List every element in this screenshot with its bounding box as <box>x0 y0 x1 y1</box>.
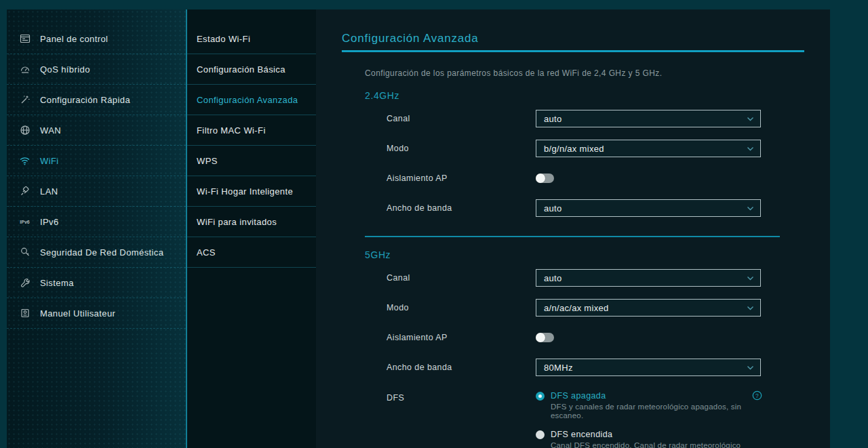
nav-item-label: WiFi <box>40 156 59 166</box>
bandwidth-label: Ancho de banda <box>387 203 536 213</box>
form-row-bandwidth-5: Ancho de banda 80MHz <box>387 352 830 382</box>
bandwidth-select-24[interactable]: auto <box>536 199 761 217</box>
select-value: b/g/n/ax mixed <box>544 144 604 154</box>
band-heading-24ghz: 2.4GHz <box>365 90 830 101</box>
form-row-channel-5: Canal auto <box>387 263 830 293</box>
band-5ghz-form: Canal auto Modo a/n/ac/ax mixed Aislamie… <box>387 263 830 448</box>
subnav-item-wifi-hogar-inteligente[interactable]: Wi-Fi Hogar Inteligente <box>187 176 316 207</box>
radio-unselected-icon[interactable] <box>536 430 545 439</box>
mode-label: Modo <box>387 144 536 153</box>
subnav-item-estado-wifi[interactable]: Estado Wi-Fi <box>187 24 316 54</box>
security-key-icon <box>19 247 31 258</box>
mode-select-5[interactable]: a/n/ac/ax mixed <box>536 299 761 317</box>
nav-item-label: QoS híbrido <box>40 64 90 75</box>
help-circle-icon[interactable]: ? <box>752 390 762 401</box>
wifi-subnav-sidebar: Estado Wi-Fi Configuración Básica Config… <box>187 9 316 448</box>
bandwidth-select-5[interactable]: 80MHz <box>536 359 761 376</box>
nav-item-wifi[interactable]: WiFi <box>7 146 186 176</box>
dfs-on-label[interactable]: DFS encendida <box>551 430 765 439</box>
qos-gauge-icon <box>19 64 31 75</box>
channel-label: Canal <box>387 273 536 283</box>
svg-text:?: ? <box>755 392 759 399</box>
subnav-item-label: WPS <box>197 156 218 166</box>
subnav-item-label: ACS <box>197 247 216 258</box>
dfs-option-on: DFS encendida Canal DFS encendido. Canal… <box>536 430 761 448</box>
subnav-item-filtro-mac-wifi[interactable]: Filtro MAC Wi-Fi <box>187 115 316 146</box>
subnav-item-acs[interactable]: ACS <box>187 237 316 268</box>
dfs-off-label[interactable]: DFS apagada <box>551 391 765 401</box>
form-row-channel-24: Canal auto <box>387 104 830 134</box>
form-row-ap-isolation-24: Aislamiento AP <box>387 163 830 193</box>
chevron-down-icon <box>747 117 754 121</box>
ipv6-icon: IPv6 <box>19 216 31 228</box>
lan-plug-icon <box>19 186 31 197</box>
chevron-down-icon <box>747 365 754 370</box>
subnav-item-label: Configuración Básica <box>197 64 285 75</box>
nav-item-label: Panel de control <box>40 34 108 44</box>
toggle-knob <box>536 174 545 183</box>
subnav-item-label: Wi-Fi Hogar Inteligente <box>197 186 293 197</box>
form-row-dfs: DFS DFS apagada DFS y canales de radar m… <box>387 382 830 448</box>
select-value: 80MHz <box>544 363 573 373</box>
select-value: auto <box>544 114 562 124</box>
title-underline <box>342 50 804 52</box>
nav-item-seguridad-red-domestica[interactable]: Seguridad De Red Doméstica <box>7 237 186 268</box>
nav-item-qos-hibrido[interactable]: QoS híbrido <box>7 54 186 85</box>
subnav-item-configuracion-basica[interactable]: Configuración Básica <box>187 54 316 85</box>
dfs-label: DFS <box>387 382 536 403</box>
subnav-item-label: Configuración Avanzada <box>197 95 298 105</box>
mode-label: Modo <box>387 303 536 312</box>
top-bar <box>0 0 868 9</box>
nav-item-label: Seguridad De Red Doméstica <box>40 247 163 258</box>
subnav-item-wifi-para-invitados[interactable]: WiFi para invitados <box>187 207 316 237</box>
dfs-radio-group: DFS apagada DFS y canales de radar meteo… <box>536 382 761 448</box>
chevron-down-icon <box>747 146 754 151</box>
ap-isolation-toggle-24[interactable] <box>536 174 554 183</box>
nav-item-lan[interactable]: LAN <box>7 176 186 207</box>
channel-select-24[interactable]: auto <box>536 110 761 127</box>
subnav-item-label: WiFi para invitados <box>197 217 277 227</box>
band-24ghz-form: Canal auto Modo b/g/n/ax mixed Aislamien… <box>387 104 830 223</box>
router-admin-page: Panel de control QoS híbrido Configuraci… <box>0 0 868 448</box>
band-heading-5ghz: 5GHz <box>365 249 830 260</box>
subnav-item-wps[interactable]: WPS <box>187 146 316 176</box>
nav-item-panel-de-control[interactable]: Panel de control <box>7 24 186 54</box>
nav-item-ipv6[interactable]: IPv6 IPv6 <box>7 207 186 237</box>
subnav-item-configuracion-avanzada[interactable]: Configuración Avanzada <box>187 85 316 115</box>
form-row-ap-isolation-5: Aislamiento AP <box>387 323 830 352</box>
nav-item-label: Sistema <box>40 278 74 288</box>
manual-book-icon <box>19 308 31 319</box>
radio-selected-icon[interactable] <box>536 392 545 401</box>
chevron-down-icon <box>747 306 754 310</box>
dashboard-icon <box>19 33 31 45</box>
form-row-mode-5: Modo a/n/ac/ax mixed <box>387 293 830 323</box>
page-description: Configuración de los parámetros básicos … <box>365 68 830 78</box>
nav-item-manuel-utilisateur[interactable]: Manuel Utilisateur <box>7 298 186 329</box>
ap-isolation-label: Aislamiento AP <box>387 174 536 183</box>
nav-item-label: Configuración Rápida <box>40 95 130 105</box>
nav-item-label: WAN <box>40 125 61 136</box>
bandwidth-label: Ancho de banda <box>387 363 536 372</box>
channel-select-5[interactable]: auto <box>536 269 761 287</box>
dfs-option-off: DFS apagada DFS y canales de radar meteo… <box>536 391 761 420</box>
chevron-down-icon <box>747 276 754 281</box>
mode-select-24[interactable]: b/g/n/ax mixed <box>536 140 761 157</box>
magic-wand-icon <box>19 94 31 106</box>
nav-item-configuracion-rapida[interactable]: Configuración Rápida <box>7 85 186 115</box>
nav-item-wan[interactable]: WAN <box>7 115 186 146</box>
subnav-item-label: Estado Wi-Fi <box>197 34 250 44</box>
chevron-down-icon <box>747 206 754 211</box>
form-row-mode-24: Modo b/g/n/ax mixed <box>387 134 830 163</box>
select-value: auto <box>544 203 562 213</box>
nav-item-label: LAN <box>40 186 58 197</box>
channel-label: Canal <box>387 114 536 123</box>
nav-item-sistema[interactable]: Sistema <box>7 268 186 298</box>
toggle-knob <box>536 333 545 342</box>
subnav-item-label: Filtro MAC Wi-Fi <box>197 125 266 136</box>
main-nav-sidebar: Panel de control QoS híbrido Configuraci… <box>7 9 186 448</box>
ap-isolation-toggle-5[interactable] <box>536 333 554 342</box>
ap-isolation-label: Aislamiento AP <box>387 333 536 342</box>
dfs-off-description: DFS y canales de radar meteorológico apa… <box>551 403 765 420</box>
main-content-panel: Configuración Avanzada Configuración de … <box>316 9 830 448</box>
globe-icon <box>19 125 31 136</box>
